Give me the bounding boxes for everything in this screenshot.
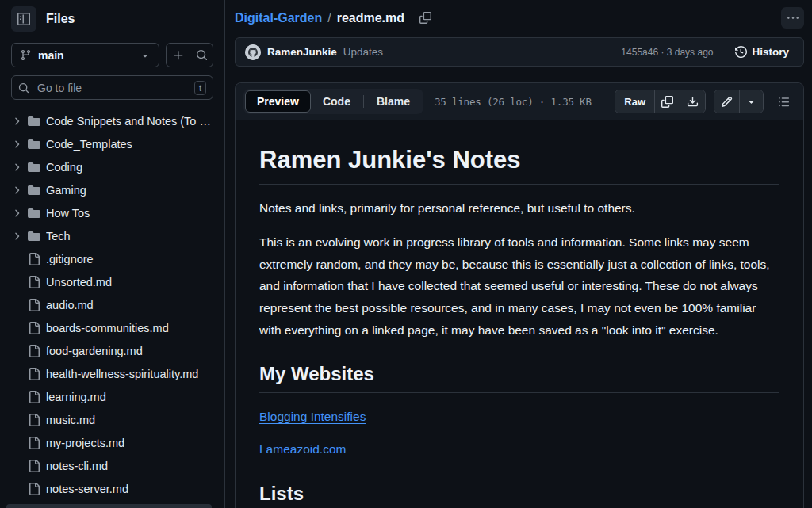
sidebar-item-folder[interactable]: Code_Templates (6, 132, 218, 155)
kebab-icon (787, 13, 799, 24)
file-icon (28, 345, 40, 357)
sidebar-item-folder[interactable]: Tech (6, 224, 218, 247)
sidebar-item-folder[interactable]: Gaming (6, 178, 218, 201)
file-label: boards-communities.md (46, 322, 169, 334)
folder-icon (28, 207, 40, 220)
raw-button-group: Raw (615, 90, 706, 113)
folder-label: Code_Templates (46, 138, 132, 151)
sidebar-item-folder[interactable]: Code Snippets and Notes (To Be Sorted) (6, 109, 218, 132)
sidebar-item-folder[interactable]: Coding (6, 155, 218, 178)
file-label: notes-cli.md (46, 460, 108, 472)
file-toolbar: Preview Code Blame 35 lines (26 loc) · 1… (236, 83, 803, 120)
sidebar-item-file[interactable]: audio.md (6, 293, 218, 316)
github-file-page: Files main t Code Snippets and Notes (To… (0, 0, 812, 508)
sidebar-item-file[interactable]: food-gardening.md (6, 339, 218, 362)
readme-paragraph: Notes and links, primarily for personal … (259, 197, 779, 220)
edit-dropdown-button[interactable] (739, 90, 763, 113)
file-label: notes-server.md (46, 483, 128, 495)
go-to-file-box: t (11, 75, 213, 100)
collapse-sidebar-button[interactable] (11, 6, 36, 32)
go-to-file-input[interactable] (36, 81, 188, 95)
sidebar-item-file[interactable]: boards-communities.md (6, 316, 218, 339)
sidebar-item-file[interactable]: notes-server.md (6, 477, 218, 500)
file-topbar: Digital-Garden / readme.md (225, 0, 812, 36)
file-icon (28, 483, 40, 495)
file-label: learning.md (46, 391, 106, 403)
commit-message-link[interactable]: Updates (343, 46, 383, 58)
file-icon (28, 460, 40, 472)
chevron-right-icon (11, 116, 22, 127)
copy-path-button[interactable] (415, 8, 435, 29)
chevron-down-icon (746, 97, 756, 107)
file-label: food-gardening.md (46, 345, 143, 357)
sidebar-item-file[interactable]: .gitignore (6, 247, 218, 270)
sidebar-item-file[interactable]: my-projects.md (6, 431, 218, 454)
commit-author-link[interactable]: RamenJunkie (267, 46, 337, 58)
folder-icon (28, 184, 40, 197)
sidebar-title: Files (46, 12, 75, 26)
sidebar-header: Files (0, 0, 224, 41)
breadcrumb-file-name: readme.md (337, 11, 404, 25)
tab-code[interactable]: Code (311, 90, 362, 113)
outline-icon (778, 96, 790, 108)
sidebar-item-file[interactable]: learning.md (6, 385, 218, 408)
markdown-preview: Ramen Junkie's Notes Notes and links, pr… (236, 120, 803, 508)
file-icon (28, 391, 40, 403)
sidebar-item-folder[interactable]: How Tos (6, 201, 218, 224)
copy-raw-button[interactable] (654, 90, 680, 113)
website-link[interactable]: Lameazoid.com (259, 442, 346, 456)
sidebar-controls: main (0, 41, 224, 75)
file-label: my-projects.md (46, 437, 124, 449)
file-icon (28, 414, 40, 426)
tab-blame[interactable]: Blame (365, 90, 422, 113)
pencil-icon (721, 96, 733, 108)
sidebar-panel-icon (17, 13, 30, 25)
file-tree: Code Snippets and Notes (To Be Sorted) C… (0, 105, 224, 508)
file-label: Unsorted.md (46, 276, 112, 288)
outline-button[interactable] (772, 90, 795, 113)
file-size-meta: 35 lines (26 loc) · 1.35 KB (435, 96, 592, 108)
commit-time: 3 days ago (667, 47, 714, 58)
folder-icon (28, 115, 40, 128)
file-label: music.md (46, 414, 95, 426)
raw-button[interactable]: Raw (615, 90, 654, 113)
tree-actions-group (166, 43, 213, 67)
breadcrumb-separator: / (327, 11, 331, 25)
sidebar-item-file[interactable]: notes-cli.md (6, 454, 218, 477)
folder-label: Tech (46, 230, 71, 243)
avatar-image (245, 44, 261, 60)
tab-divider (363, 95, 364, 108)
more-options-button[interactable] (781, 7, 804, 29)
breadcrumb-repo-link[interactable]: Digital-Garden (235, 11, 322, 25)
file-icon (28, 368, 40, 380)
search-tree-button[interactable] (190, 44, 213, 67)
website-link[interactable]: Blogging Intensifies (259, 410, 366, 423)
folder-label: Coding (46, 161, 82, 174)
file-label: audio.md (46, 299, 94, 311)
git-branch-icon (20, 49, 32, 61)
sidebar-item-file[interactable]: Unsorted.md (6, 270, 218, 293)
add-file-button[interactable] (167, 44, 190, 67)
search-icon (18, 82, 29, 94)
file-icon (28, 276, 40, 288)
history-button[interactable]: History (730, 45, 794, 59)
chevron-down-icon (140, 50, 151, 61)
commit-hash[interactable]: 1455a46 (621, 47, 658, 58)
sidebar-scrollbar[interactable] (6, 504, 212, 508)
avatar[interactable] (245, 44, 261, 60)
edit-file-button[interactable] (714, 90, 739, 113)
commit-meta-separator: · (661, 47, 664, 58)
branch-name: main (38, 49, 64, 62)
download-button[interactable] (680, 90, 705, 113)
file-icon (28, 299, 40, 311)
chevron-right-icon (11, 162, 22, 173)
sidebar-item-file[interactable]: music.md (6, 408, 218, 431)
sidebar-item-file[interactable]: health-wellness-spirituality.md (6, 362, 218, 385)
breadcrumb: Digital-Garden / readme.md (235, 8, 435, 29)
folder-icon (28, 138, 40, 151)
history-icon (735, 46, 747, 58)
copy-icon (419, 12, 431, 24)
branch-selector[interactable]: main (11, 43, 159, 67)
tab-preview[interactable]: Preview (245, 90, 311, 113)
download-icon (687, 96, 699, 108)
